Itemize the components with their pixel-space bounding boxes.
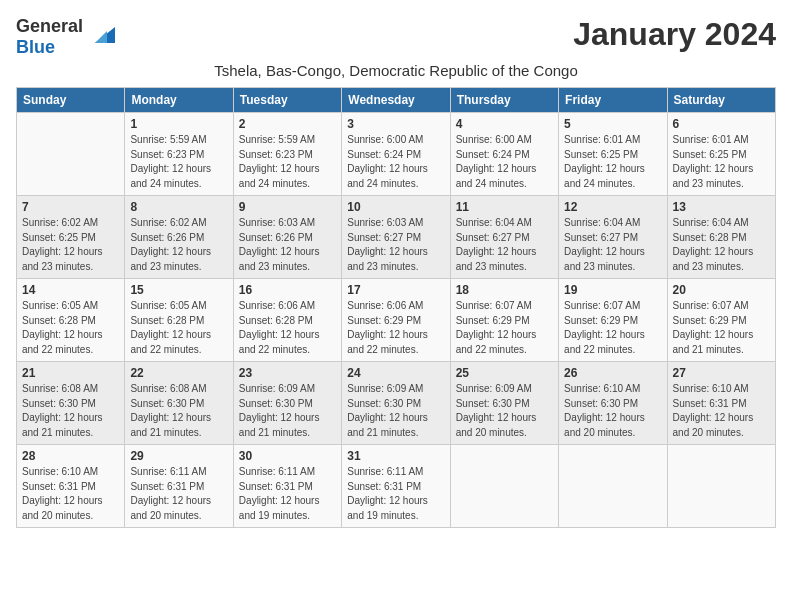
calendar-cell: 3Sunrise: 6:00 AM Sunset: 6:24 PM Daylig…: [342, 113, 450, 196]
calendar-week-row: 28Sunrise: 6:10 AM Sunset: 6:31 PM Dayli…: [17, 445, 776, 528]
day-detail: Sunrise: 6:01 AM Sunset: 6:25 PM Dayligh…: [564, 133, 661, 191]
day-number: 15: [130, 283, 227, 297]
calendar-cell: 20Sunrise: 6:07 AM Sunset: 6:29 PM Dayli…: [667, 279, 775, 362]
day-detail: Sunrise: 6:03 AM Sunset: 6:26 PM Dayligh…: [239, 216, 336, 274]
calendar-cell: 16Sunrise: 6:06 AM Sunset: 6:28 PM Dayli…: [233, 279, 341, 362]
day-detail: Sunrise: 6:10 AM Sunset: 6:31 PM Dayligh…: [673, 382, 770, 440]
day-detail: Sunrise: 6:07 AM Sunset: 6:29 PM Dayligh…: [673, 299, 770, 357]
day-detail: Sunrise: 6:08 AM Sunset: 6:30 PM Dayligh…: [22, 382, 119, 440]
calendar-cell: [667, 445, 775, 528]
day-detail: Sunrise: 5:59 AM Sunset: 6:23 PM Dayligh…: [130, 133, 227, 191]
day-number: 27: [673, 366, 770, 380]
day-number: 14: [22, 283, 119, 297]
day-detail: Sunrise: 6:07 AM Sunset: 6:29 PM Dayligh…: [456, 299, 553, 357]
day-detail: Sunrise: 6:06 AM Sunset: 6:28 PM Dayligh…: [239, 299, 336, 357]
day-detail: Sunrise: 6:11 AM Sunset: 6:31 PM Dayligh…: [130, 465, 227, 523]
day-detail: Sunrise: 6:03 AM Sunset: 6:27 PM Dayligh…: [347, 216, 444, 274]
day-detail: Sunrise: 6:04 AM Sunset: 6:28 PM Dayligh…: [673, 216, 770, 274]
calendar-cell: 28Sunrise: 6:10 AM Sunset: 6:31 PM Dayli…: [17, 445, 125, 528]
calendar-day-header: Saturday: [667, 88, 775, 113]
logo-icon: [87, 23, 115, 51]
day-detail: Sunrise: 6:05 AM Sunset: 6:28 PM Dayligh…: [22, 299, 119, 357]
calendar-cell: 23Sunrise: 6:09 AM Sunset: 6:30 PM Dayli…: [233, 362, 341, 445]
day-number: 1: [130, 117, 227, 131]
svg-marker-1: [95, 31, 107, 43]
month-title: January 2024: [573, 16, 776, 53]
calendar-cell: 10Sunrise: 6:03 AM Sunset: 6:27 PM Dayli…: [342, 196, 450, 279]
day-number: 19: [564, 283, 661, 297]
location-title: Tshela, Bas-Congo, Democratic Republic o…: [16, 62, 776, 79]
calendar-cell: 30Sunrise: 6:11 AM Sunset: 6:31 PM Dayli…: [233, 445, 341, 528]
calendar-cell: 7Sunrise: 6:02 AM Sunset: 6:25 PM Daylig…: [17, 196, 125, 279]
logo: General Blue: [16, 16, 115, 58]
calendar-cell: 19Sunrise: 6:07 AM Sunset: 6:29 PM Dayli…: [559, 279, 667, 362]
day-number: 21: [22, 366, 119, 380]
day-number: 12: [564, 200, 661, 214]
day-detail: Sunrise: 6:09 AM Sunset: 6:30 PM Dayligh…: [239, 382, 336, 440]
day-number: 9: [239, 200, 336, 214]
day-detail: Sunrise: 6:00 AM Sunset: 6:24 PM Dayligh…: [456, 133, 553, 191]
calendar-cell: 17Sunrise: 6:06 AM Sunset: 6:29 PM Dayli…: [342, 279, 450, 362]
calendar-week-row: 21Sunrise: 6:08 AM Sunset: 6:30 PM Dayli…: [17, 362, 776, 445]
day-number: 16: [239, 283, 336, 297]
day-number: 26: [564, 366, 661, 380]
logo-text: General Blue: [16, 16, 83, 58]
calendar-cell: 15Sunrise: 6:05 AM Sunset: 6:28 PM Dayli…: [125, 279, 233, 362]
calendar-cell: 2Sunrise: 5:59 AM Sunset: 6:23 PM Daylig…: [233, 113, 341, 196]
day-detail: Sunrise: 6:04 AM Sunset: 6:27 PM Dayligh…: [456, 216, 553, 274]
page-header: General Blue January 2024: [16, 16, 776, 58]
calendar-day-header: Thursday: [450, 88, 558, 113]
day-detail: Sunrise: 6:10 AM Sunset: 6:30 PM Dayligh…: [564, 382, 661, 440]
day-detail: Sunrise: 6:09 AM Sunset: 6:30 PM Dayligh…: [347, 382, 444, 440]
day-number: 11: [456, 200, 553, 214]
day-detail: Sunrise: 6:10 AM Sunset: 6:31 PM Dayligh…: [22, 465, 119, 523]
calendar-cell: 31Sunrise: 6:11 AM Sunset: 6:31 PM Dayli…: [342, 445, 450, 528]
calendar-cell: 22Sunrise: 6:08 AM Sunset: 6:30 PM Dayli…: [125, 362, 233, 445]
day-number: 17: [347, 283, 444, 297]
day-detail: Sunrise: 6:05 AM Sunset: 6:28 PM Dayligh…: [130, 299, 227, 357]
calendar-body: 1Sunrise: 5:59 AM Sunset: 6:23 PM Daylig…: [17, 113, 776, 528]
day-number: 25: [456, 366, 553, 380]
day-detail: Sunrise: 6:11 AM Sunset: 6:31 PM Dayligh…: [239, 465, 336, 523]
day-number: 29: [130, 449, 227, 463]
day-number: 28: [22, 449, 119, 463]
calendar-cell: 24Sunrise: 6:09 AM Sunset: 6:30 PM Dayli…: [342, 362, 450, 445]
calendar-table: SundayMondayTuesdayWednesdayThursdayFrid…: [16, 87, 776, 528]
calendar-cell: 6Sunrise: 6:01 AM Sunset: 6:25 PM Daylig…: [667, 113, 775, 196]
day-detail: Sunrise: 6:09 AM Sunset: 6:30 PM Dayligh…: [456, 382, 553, 440]
calendar-cell: 26Sunrise: 6:10 AM Sunset: 6:30 PM Dayli…: [559, 362, 667, 445]
calendar-cell: 5Sunrise: 6:01 AM Sunset: 6:25 PM Daylig…: [559, 113, 667, 196]
day-number: 22: [130, 366, 227, 380]
day-detail: Sunrise: 6:08 AM Sunset: 6:30 PM Dayligh…: [130, 382, 227, 440]
day-number: 24: [347, 366, 444, 380]
calendar-day-header: Monday: [125, 88, 233, 113]
calendar-week-row: 7Sunrise: 6:02 AM Sunset: 6:25 PM Daylig…: [17, 196, 776, 279]
day-detail: Sunrise: 6:00 AM Sunset: 6:24 PM Dayligh…: [347, 133, 444, 191]
calendar-cell: 29Sunrise: 6:11 AM Sunset: 6:31 PM Dayli…: [125, 445, 233, 528]
day-number: 30: [239, 449, 336, 463]
logo-general: General: [16, 16, 83, 36]
day-number: 5: [564, 117, 661, 131]
day-number: 31: [347, 449, 444, 463]
calendar-cell: 4Sunrise: 6:00 AM Sunset: 6:24 PM Daylig…: [450, 113, 558, 196]
calendar-week-row: 14Sunrise: 6:05 AM Sunset: 6:28 PM Dayli…: [17, 279, 776, 362]
day-number: 4: [456, 117, 553, 131]
day-detail: Sunrise: 6:07 AM Sunset: 6:29 PM Dayligh…: [564, 299, 661, 357]
day-detail: Sunrise: 6:02 AM Sunset: 6:26 PM Dayligh…: [130, 216, 227, 274]
calendar-cell: 8Sunrise: 6:02 AM Sunset: 6:26 PM Daylig…: [125, 196, 233, 279]
day-number: 3: [347, 117, 444, 131]
day-number: 18: [456, 283, 553, 297]
calendar-cell: 1Sunrise: 5:59 AM Sunset: 6:23 PM Daylig…: [125, 113, 233, 196]
day-detail: Sunrise: 6:06 AM Sunset: 6:29 PM Dayligh…: [347, 299, 444, 357]
day-detail: Sunrise: 6:01 AM Sunset: 6:25 PM Dayligh…: [673, 133, 770, 191]
calendar-cell: 25Sunrise: 6:09 AM Sunset: 6:30 PM Dayli…: [450, 362, 558, 445]
calendar-day-header: Wednesday: [342, 88, 450, 113]
calendar-cell: 27Sunrise: 6:10 AM Sunset: 6:31 PM Dayli…: [667, 362, 775, 445]
calendar-day-header: Friday: [559, 88, 667, 113]
calendar-cell: 18Sunrise: 6:07 AM Sunset: 6:29 PM Dayli…: [450, 279, 558, 362]
calendar-cell: 12Sunrise: 6:04 AM Sunset: 6:27 PM Dayli…: [559, 196, 667, 279]
calendar-cell: 14Sunrise: 6:05 AM Sunset: 6:28 PM Dayli…: [17, 279, 125, 362]
calendar-week-row: 1Sunrise: 5:59 AM Sunset: 6:23 PM Daylig…: [17, 113, 776, 196]
day-number: 20: [673, 283, 770, 297]
calendar-day-header: Sunday: [17, 88, 125, 113]
